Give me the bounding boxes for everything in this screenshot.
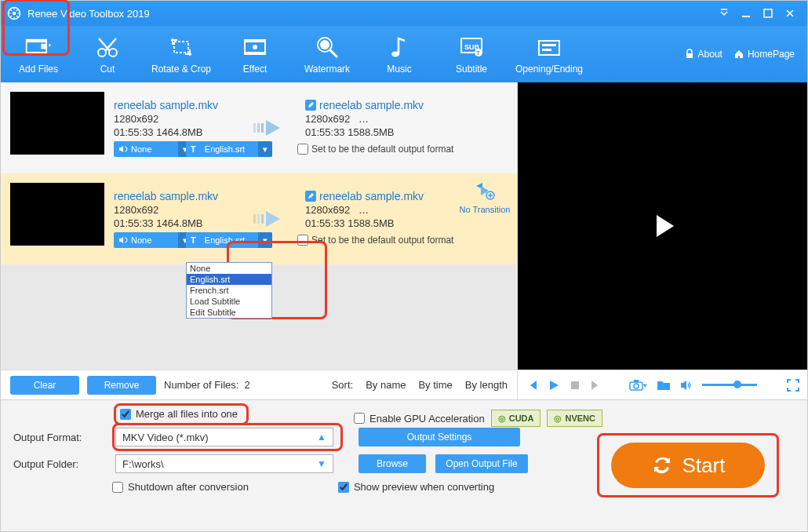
out-file-name: reneelab sample.mkv bbox=[319, 190, 424, 202]
transition-label: No Transition bbox=[460, 205, 511, 214]
cut-label: Cut bbox=[100, 64, 115, 75]
output-format-dropdown[interactable]: MKV Video (*.mkv)▲ bbox=[115, 428, 333, 446]
next-button[interactable] bbox=[590, 379, 602, 392]
volume-button[interactable] bbox=[680, 380, 693, 391]
stop-button[interactable] bbox=[570, 380, 581, 391]
remove-button[interactable]: Remove bbox=[87, 376, 156, 395]
watermark-icon bbox=[314, 34, 340, 60]
refresh-icon bbox=[651, 454, 673, 476]
sort-by-time[interactable]: By time bbox=[418, 379, 452, 391]
output-format-label: Output Format: bbox=[13, 432, 107, 443]
app-title: Renee Video Toolbox 2019 bbox=[27, 8, 713, 20]
svg-text:T: T bbox=[476, 49, 480, 56]
about-link[interactable]: About bbox=[684, 49, 722, 60]
rotate-crop-label: Rotate & Crop bbox=[151, 64, 211, 75]
prev-button[interactable] bbox=[526, 379, 538, 392]
svg-rect-24 bbox=[686, 53, 693, 58]
subtitle-button[interactable]: SUBT Subtitle bbox=[435, 26, 508, 82]
video-thumbnail bbox=[10, 183, 104, 246]
audio-track-dropdown[interactable]: None ▾ bbox=[114, 141, 192, 157]
svg-rect-34 bbox=[571, 381, 579, 389]
music-icon bbox=[386, 34, 413, 60]
start-button[interactable]: Start bbox=[611, 443, 765, 488]
add-files-label: Add Files bbox=[19, 64, 58, 75]
maximize-icon[interactable] bbox=[757, 5, 779, 21]
music-button[interactable]: Music bbox=[363, 26, 435, 82]
svg-point-9 bbox=[109, 49, 117, 56]
svg-rect-27 bbox=[261, 123, 264, 133]
effect-button[interactable]: Effect bbox=[219, 26, 291, 82]
opening-ending-icon bbox=[536, 34, 562, 60]
browse-button[interactable]: Browse bbox=[359, 454, 426, 473]
preview-player[interactable] bbox=[518, 82, 807, 370]
minimize-icon[interactable] bbox=[735, 5, 757, 21]
default-format-checkbox[interactable]: Set to be the default output format bbox=[297, 235, 453, 246]
shutdown-checkbox[interactable]: Shutdown after conversion bbox=[112, 481, 249, 493]
file-row[interactable]: reneelab sample.mkv 1280x692 01:55:33 14… bbox=[1, 173, 517, 264]
subtitle-dropdown-list[interactable]: None English.srt French.srt Load Subtitl… bbox=[186, 262, 272, 319]
svg-point-8 bbox=[98, 49, 106, 56]
cut-button[interactable]: Cut bbox=[71, 26, 144, 82]
merge-checkbox[interactable]: Merge all files into one bbox=[120, 408, 238, 420]
sort-label: Sort: bbox=[332, 379, 353, 391]
subtitle-dropdown[interactable]: T English.srt ▾ bbox=[186, 141, 272, 157]
open-output-file-button[interactable]: Open Output File bbox=[435, 454, 528, 473]
svg-rect-31 bbox=[261, 214, 264, 224]
transition-icon[interactable] bbox=[475, 183, 495, 200]
subtitle-option[interactable]: None bbox=[187, 263, 271, 274]
homepage-link[interactable]: HomePage bbox=[733, 49, 795, 60]
snapshot-button[interactable]: ▾ bbox=[629, 379, 647, 392]
out-file-name: reneelab sample.mkv bbox=[319, 99, 424, 111]
subtitle-option[interactable]: French.srt bbox=[187, 285, 271, 296]
audio-track-dropdown[interactable]: None ▾ bbox=[114, 232, 192, 248]
fullscreen-button[interactable] bbox=[787, 379, 799, 392]
svg-point-14 bbox=[253, 45, 257, 49]
close-icon[interactable] bbox=[779, 5, 801, 21]
svg-rect-22 bbox=[542, 44, 556, 46]
subtitle-option-selected[interactable]: English.srt bbox=[187, 274, 271, 285]
effect-icon bbox=[242, 34, 268, 60]
play-overlay-icon[interactable] bbox=[646, 209, 680, 243]
app-logo-icon bbox=[7, 6, 21, 20]
show-preview-checkbox[interactable]: Show preview when converting bbox=[338, 481, 494, 493]
output-settings-button[interactable]: Output Settings bbox=[359, 428, 520, 446]
file-count-label: Number of Files: 2 bbox=[164, 379, 250, 391]
lock-icon bbox=[684, 49, 695, 60]
clear-button[interactable]: Clear bbox=[10, 376, 79, 395]
video-thumbnail bbox=[10, 92, 104, 155]
file-duration-size: 01:55:33 1464.8MB bbox=[114, 126, 242, 138]
svg-rect-3 bbox=[764, 9, 772, 17]
opening-ending-label: Opening/Ending bbox=[515, 64, 583, 75]
sort-by-name[interactable]: By name bbox=[366, 379, 406, 391]
sort-by-length[interactable]: By length bbox=[465, 379, 508, 391]
edit-icon[interactable] bbox=[305, 100, 316, 111]
opening-ending-button[interactable]: Opening/Ending bbox=[508, 26, 591, 82]
volume-icon bbox=[118, 236, 128, 244]
output-folder-label: Output Folder: bbox=[13, 458, 107, 470]
rotate-crop-button[interactable]: Rotate & Crop bbox=[144, 26, 219, 82]
svg-point-36 bbox=[634, 384, 639, 388]
file-row[interactable]: reneelab sample.mkv 1280x692 01:55:33 14… bbox=[1, 82, 517, 173]
volume-icon bbox=[118, 145, 128, 153]
volume-slider[interactable] bbox=[702, 384, 757, 386]
subtitle-dropdown-open[interactable]: T English.srt ▾ bbox=[186, 232, 272, 248]
add-files-icon bbox=[25, 34, 52, 60]
svg-rect-25 bbox=[253, 123, 256, 133]
nvenc-badge: NVENC bbox=[547, 410, 602, 427]
file-resolution: 1280x692 bbox=[114, 204, 242, 216]
output-folder-dropdown[interactable]: F:\works\▼ bbox=[115, 454, 333, 473]
play-button[interactable] bbox=[548, 379, 560, 392]
enable-gpu-checkbox[interactable]: Enable GPU Acceleration bbox=[354, 413, 485, 425]
subtitle-option[interactable]: Edit Subtitle bbox=[187, 307, 271, 318]
dropdown-window-icon[interactable] bbox=[713, 5, 735, 21]
open-folder-button[interactable] bbox=[657, 380, 671, 391]
watermark-button[interactable]: Watermark bbox=[291, 26, 363, 82]
add-files-button[interactable]: Add Files bbox=[5, 26, 71, 82]
out-size: 1588.5MB bbox=[348, 126, 394, 138]
home-icon bbox=[733, 49, 744, 60]
subtitle-option[interactable]: Load Subtitle bbox=[187, 296, 271, 307]
default-format-checkbox[interactable]: Set to be the default output format bbox=[297, 144, 453, 155]
out-resolution: 1280x692 bbox=[305, 113, 350, 125]
out-duration: 01:55:33 bbox=[305, 126, 345, 138]
edit-icon[interactable] bbox=[305, 191, 316, 202]
